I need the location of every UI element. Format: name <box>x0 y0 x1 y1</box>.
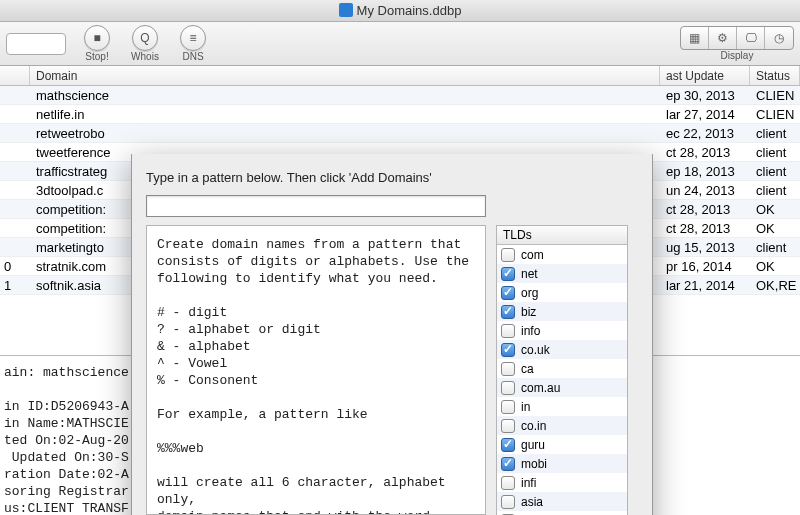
tld-label: infi <box>521 476 536 490</box>
col-status[interactable]: Status <box>750 66 800 85</box>
tld-checkbox[interactable] <box>501 324 515 338</box>
table-row[interactable]: retweetroboec 22, 2013client <box>0 124 800 143</box>
tld-list[interactable]: comnetorgbizinfoco.ukcacom.auinco.inguru… <box>496 245 628 515</box>
tld-label: guru <box>521 438 545 452</box>
whois-label: Whois <box>131 51 159 62</box>
tld-label: org <box>521 286 538 300</box>
tld-checkbox[interactable] <box>501 419 515 433</box>
dns-button[interactable]: ≡DNS <box>172 25 214 62</box>
dialog-instruction: Type in a pattern below. Then click 'Add… <box>146 170 638 185</box>
tld-row[interactable]: co.uk <box>497 340 627 359</box>
tld-label: ca <box>521 362 534 376</box>
tld-label: com.au <box>521 381 560 395</box>
tld-row[interactable]: mobi <box>497 454 627 473</box>
tld-label: com <box>521 248 544 262</box>
col-update[interactable]: ast Update <box>660 66 750 85</box>
toolbar: ■Stop! QWhois ≡DNS ▦ ⚙ 🖵 ◷ Display <box>0 22 800 66</box>
tld-checkbox[interactable] <box>501 438 515 452</box>
tld-label: asia <box>521 495 543 509</box>
address-input[interactable] <box>6 33 66 55</box>
tld-label: biz <box>521 305 536 319</box>
tld-checkbox[interactable] <box>501 248 515 262</box>
tld-checkbox[interactable] <box>501 305 515 319</box>
tld-checkbox[interactable] <box>501 286 515 300</box>
tld-label: co.uk <box>521 343 550 357</box>
tld-label: in <box>521 400 530 414</box>
tld-row[interactable]: info <box>497 321 627 340</box>
stop-label: Stop! <box>85 51 108 62</box>
tld-row[interactable]: com.au <box>497 378 627 397</box>
add-domains-dialog: Type in a pattern below. Then click 'Add… <box>131 154 653 515</box>
window-title: My Domains.ddbp <box>357 3 462 18</box>
tld-row[interactable]: us <box>497 511 627 515</box>
display-seg-clock-icon[interactable]: ◷ <box>765 27 793 49</box>
whois-button[interactable]: QWhois <box>124 25 166 62</box>
document-icon <box>339 3 353 17</box>
tld-checkbox[interactable] <box>501 457 515 471</box>
tld-row[interactable]: asia <box>497 492 627 511</box>
display-segment: ▦ ⚙ 🖵 ◷ Display <box>680 26 794 61</box>
tld-label: mobi <box>521 457 547 471</box>
tld-header[interactable]: TLDs <box>496 225 628 245</box>
tld-checkbox[interactable] <box>501 495 515 509</box>
display-seg-gear-icon[interactable]: ⚙ <box>709 27 737 49</box>
stop-button[interactable]: ■Stop! <box>76 25 118 62</box>
pattern-input[interactable] <box>146 195 486 217</box>
tld-checkbox[interactable] <box>501 343 515 357</box>
tld-row[interactable]: net <box>497 264 627 283</box>
tld-label: info <box>521 324 540 338</box>
tld-row[interactable]: co.in <box>497 416 627 435</box>
table-row[interactable]: mathscienceep 30, 2013CLIEN <box>0 86 800 105</box>
window-titlebar: My Domains.ddbp <box>0 0 800 22</box>
tld-row[interactable]: org <box>497 283 627 302</box>
tld-checkbox[interactable] <box>501 381 515 395</box>
tld-row[interactable]: biz <box>497 302 627 321</box>
pattern-help-text: Create domain names from a pattern that … <box>146 225 486 515</box>
tld-row[interactable]: ca <box>497 359 627 378</box>
tld-label: net <box>521 267 538 281</box>
tld-row[interactable]: guru <box>497 435 627 454</box>
display-label: Display <box>721 50 754 61</box>
display-seg-monitor-icon[interactable]: 🖵 <box>737 27 765 49</box>
table-header: Domain ast Update Status <box>0 66 800 86</box>
tld-checkbox[interactable] <box>501 476 515 490</box>
tld-checkbox[interactable] <box>501 362 515 376</box>
tld-row[interactable]: com <box>497 245 627 264</box>
tld-row[interactable]: infi <box>497 473 627 492</box>
dns-label: DNS <box>182 51 203 62</box>
display-seg-calendar-icon[interactable]: ▦ <box>681 27 709 49</box>
tld-checkbox[interactable] <box>501 267 515 281</box>
tld-row[interactable]: in <box>497 397 627 416</box>
tld-checkbox[interactable] <box>501 400 515 414</box>
table-row[interactable]: netlife.inlar 27, 2014CLIEN <box>0 105 800 124</box>
col-domain[interactable]: Domain <box>30 66 660 85</box>
tld-label: co.in <box>521 419 546 433</box>
